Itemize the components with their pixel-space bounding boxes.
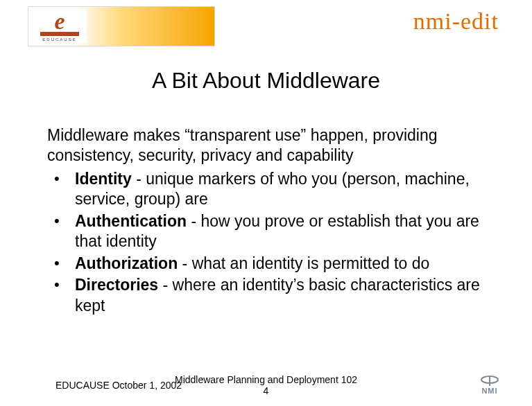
- bullet-term: Authentication: [75, 212, 187, 230]
- bullet-term: Identity: [75, 170, 132, 188]
- nmi-logo-icon: [478, 373, 501, 388]
- slide-body: Middleware makes “transparent use” happe…: [47, 125, 485, 316]
- bullet-term: Authorization: [75, 254, 178, 272]
- footer-course: Middleware Planning and Deployment 102: [175, 374, 357, 385]
- list-item: Directories - where an identity’s basic …: [47, 275, 485, 316]
- slide-header: e EDUCAUSE nmi-edit: [0, 0, 532, 48]
- list-item: Identity - unique markers of who you (pe…: [47, 169, 485, 210]
- intro-text-content: Middleware makes “transparent use” happe…: [47, 126, 438, 164]
- slide-title: A Bit About Middleware: [0, 68, 532, 94]
- bullet-desc: - unique markers of who you (person, mac…: [75, 170, 470, 208]
- bullet-list: Identity - unique markers of who you (pe…: [47, 169, 485, 316]
- nmi-edit-wordmark: nmi-edit: [413, 8, 499, 35]
- footer-left: EDUCAUSE October 1, 2002: [55, 380, 182, 391]
- intro-text: Middleware makes “transparent use” happe…: [47, 125, 485, 166]
- list-item: Authorization - what an identity is perm…: [47, 254, 485, 274]
- footer-center: Middleware Planning and Deployment 102 4: [175, 374, 357, 396]
- slide-number: 4: [264, 385, 269, 396]
- educause-logo: e EDUCAUSE: [28, 6, 215, 46]
- educause-e-icon: e: [33, 11, 87, 32]
- list-item: Authentication - how you prove or establ…: [47, 211, 485, 252]
- footer-right: NMI: [478, 373, 501, 395]
- bullet-term: Directories: [75, 276, 158, 294]
- educause-caption: EDUCAUSE: [33, 37, 87, 42]
- educause-badge: e EDUCAUSE: [33, 10, 87, 43]
- bullet-desc: - what an identity is permitted to do: [178, 254, 429, 272]
